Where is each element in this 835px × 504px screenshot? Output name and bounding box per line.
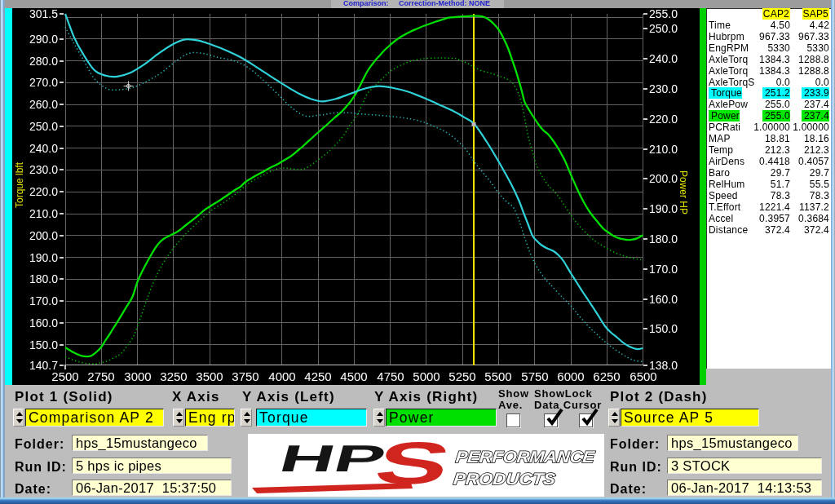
svg-text:PERFORMANCE: PERFORMANCE: [455, 448, 596, 466]
svg-text:HP: HP: [275, 438, 391, 480]
svg-text:PRODUCTS: PRODUCTS: [453, 470, 557, 488]
